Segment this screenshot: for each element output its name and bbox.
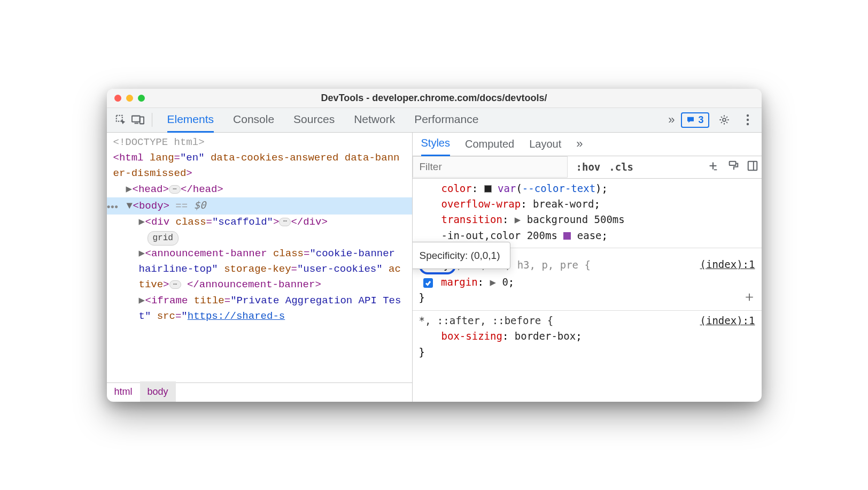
dom-tree[interactable]: <!DOCTYPE html> <html lang="en" data-coo… — [107, 133, 412, 382]
div-scaffold-node[interactable]: ▶<div class="scaffold">⋯</div> — [107, 215, 412, 230]
devtools-window: DevTools - developer.chrome.com/docs/dev… — [107, 89, 762, 402]
svg-point-5 — [746, 119, 748, 121]
cls-toggle[interactable]: .cls — [609, 161, 633, 173]
more-tabs-button[interactable]: » — [668, 113, 675, 127]
svg-point-4 — [746, 114, 748, 117]
breadcrumb: html body — [107, 382, 412, 402]
more-subtabs-button[interactable]: » — [576, 137, 583, 151]
rule-close-brace: } — [419, 290, 755, 305]
toolbar-right: » 3 — [668, 112, 756, 128]
rule-block-3[interactable]: (index):1 *, ::after, ::before { box-siz… — [413, 311, 762, 364]
announcement-banner-node[interactable]: ▶<announcement-banner class="cookie-bann… — [107, 246, 412, 293]
easing-swatch-icon[interactable] — [563, 232, 571, 240]
selector-universal[interactable]: (index):1 *, ::after, ::before { — [419, 313, 755, 328]
dom-panel: <!DOCTYPE html> <html lang="en" data-coo… — [107, 133, 413, 402]
device-toggle-icon[interactable] — [129, 114, 146, 125]
prop-enabled-checkbox[interactable] — [423, 278, 433, 288]
main-toolbar: Elements Console Sources Network Perform… — [107, 108, 762, 133]
kebab-menu-icon[interactable] — [739, 114, 756, 126]
minimize-window-button[interactable] — [126, 95, 133, 102]
svg-rect-8 — [748, 162, 757, 171]
tab-performance[interactable]: Performance — [414, 108, 478, 133]
specificity-tooltip: Specificity: (0,0,1) — [413, 242, 510, 269]
expand-ellipsis-icon[interactable]: ⋯ — [279, 218, 291, 226]
prop-transition-cont[interactable]: -in-out,color 200ms ease; — [419, 228, 755, 243]
prop-box-sizing[interactable]: box-sizing: border-box; — [419, 328, 755, 344]
issues-badge[interactable]: 3 — [681, 112, 709, 128]
source-link[interactable]: (index):1 — [700, 313, 755, 328]
svg-point-6 — [746, 123, 748, 125]
iframe-src-link[interactable]: https://shared-s — [188, 310, 285, 322]
prop-transition[interactable]: transition: ▶ background 500ms — [419, 212, 755, 227]
window-titlebar: DevTools - developer.chrome.com/docs/dev… — [107, 89, 762, 108]
svg-rect-7 — [729, 162, 735, 165]
head-node[interactable]: ▶<head>⋯</head> — [107, 182, 412, 197]
settings-icon[interactable] — [716, 114, 733, 126]
subtab-computed[interactable]: Computed — [465, 133, 514, 156]
prop-margin[interactable]: margin: ▶ 0; — [419, 274, 755, 290]
tab-elements[interactable]: Elements — [167, 108, 214, 133]
grid-badge-line[interactable]: grid — [107, 230, 412, 246]
traffic-lights — [114, 95, 145, 102]
styles-filter-bar: :hov .cls — [413, 156, 762, 179]
dollar-zero-label: $0 — [194, 199, 206, 211]
expand-ellipsis-icon[interactable]: ⋯ — [169, 280, 181, 289]
doctype-node[interactable]: <!DOCTYPE html> — [107, 135, 412, 150]
grid-badge[interactable]: grid — [148, 231, 179, 246]
source-link[interactable]: (index):1 — [700, 257, 755, 272]
rule-block-1[interactable]: color: var(--color-text); overflow-wrap:… — [413, 179, 762, 249]
prop-overflow-wrap[interactable]: overflow-wrap: break-word; — [419, 196, 755, 212]
add-property-icon[interactable]: ＋ — [742, 286, 756, 307]
prop-color[interactable]: color: var(--color-text); — [419, 181, 755, 196]
expand-ellipsis-icon[interactable]: ⋯ — [169, 185, 181, 194]
inspect-element-icon[interactable] — [112, 114, 129, 126]
color-swatch-icon[interactable] — [484, 185, 492, 193]
tab-sources[interactable]: Sources — [293, 108, 335, 133]
subtab-styles[interactable]: Styles — [421, 132, 450, 156]
svg-rect-1 — [131, 116, 140, 122]
style-rules: color: var(--color-text); overflow-wrap:… — [413, 179, 762, 402]
tab-console[interactable]: Console — [233, 108, 274, 133]
iframe-node[interactable]: ▶<iframe title="Private Aggregation API … — [107, 293, 412, 325]
message-icon — [686, 116, 695, 124]
close-window-button[interactable] — [114, 95, 121, 102]
selection-dots-icon: ●●● — [107, 203, 119, 211]
panel-tabs: Elements Console Sources Network Perform… — [167, 108, 669, 133]
tab-network[interactable]: Network — [354, 108, 395, 133]
html-node[interactable]: <html lang="en" data-cookies-answered da… — [107, 150, 412, 182]
svg-rect-2 — [140, 117, 143, 124]
paint-icon[interactable] — [727, 160, 739, 174]
add-rule-icon[interactable] — [707, 160, 719, 174]
issues-count: 3 — [698, 114, 703, 126]
styles-panel: Styles Computed Layout » :hov .cls — [413, 133, 762, 402]
toolbar-divider — [152, 113, 152, 127]
filter-input[interactable] — [413, 156, 568, 178]
svg-point-3 — [723, 118, 726, 121]
crumb-body[interactable]: body — [140, 381, 176, 401]
maximize-window-button[interactable] — [138, 95, 145, 102]
subtab-layout[interactable]: Layout — [529, 133, 561, 156]
panel-layout-icon[interactable] — [747, 160, 758, 174]
window-title: DevTools - developer.chrome.com/docs/dev… — [107, 93, 762, 104]
crumb-html[interactable]: html — [107, 381, 140, 401]
main-content: <!DOCTYPE html> <html lang="en" data-coo… — [107, 133, 762, 402]
body-node-selected[interactable]: ●●● ▼<body> == $0 — [107, 197, 412, 214]
hov-toggle[interactable]: :hov — [576, 161, 601, 173]
rule-close-brace: } — [419, 344, 755, 360]
styles-subtabs: Styles Computed Layout » — [413, 133, 762, 156]
